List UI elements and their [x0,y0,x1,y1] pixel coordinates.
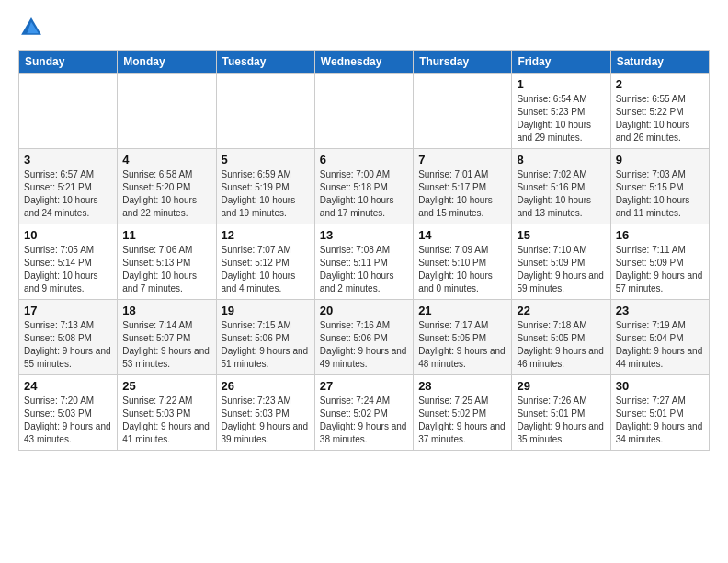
calendar-cell [118,74,216,149]
day-number: 7 [418,153,506,167]
day-info: Sunrise: 7:20 AM Sunset: 5:03 PM Dayligh… [24,395,112,446]
day-number: 21 [418,304,506,317]
calendar-cell: 13Sunrise: 7:08 AM Sunset: 5:11 PM Dayli… [314,224,413,300]
calendar-cell: 11Sunrise: 7:06 AM Sunset: 5:13 PM Dayli… [118,224,216,300]
calendar-week-row: 3Sunrise: 6:57 AM Sunset: 5:21 PM Daylig… [19,149,710,224]
calendar-cell: 1Sunrise: 6:54 AM Sunset: 5:23 PM Daylig… [512,74,610,149]
calendar-cell: 5Sunrise: 6:59 AM Sunset: 5:19 PM Daylig… [216,149,314,224]
day-number: 23 [616,304,704,317]
day-number: 25 [122,379,210,393]
calendar-cell: 8Sunrise: 7:02 AM Sunset: 5:16 PM Daylig… [512,149,610,224]
day-number: 1 [517,77,605,91]
calendar-cell: 3Sunrise: 6:57 AM Sunset: 5:21 PM Daylig… [19,149,118,224]
logo [18,15,48,40]
calendar-cell: 15Sunrise: 7:10 AM Sunset: 5:09 PM Dayli… [512,224,610,300]
day-number: 15 [517,228,605,242]
calendar-cell: 22Sunrise: 7:18 AM Sunset: 5:05 PM Dayli… [512,300,610,375]
day-info: Sunrise: 7:10 AM Sunset: 5:09 PM Dayligh… [517,244,605,295]
day-info: Sunrise: 7:24 AM Sunset: 5:02 PM Dayligh… [320,395,408,446]
calendar-cell: 14Sunrise: 7:09 AM Sunset: 5:10 PM Dayli… [414,224,512,300]
day-info: Sunrise: 7:00 AM Sunset: 5:18 PM Dayligh… [320,168,408,220]
calendar-cell: 25Sunrise: 7:22 AM Sunset: 5:03 PM Dayli… [118,375,216,451]
day-number: 19 [222,304,310,317]
calendar-week-row: 24Sunrise: 7:20 AM Sunset: 5:03 PM Dayli… [19,375,710,451]
calendar-cell [314,74,413,149]
day-number: 3 [24,153,112,167]
day-info: Sunrise: 7:02 AM Sunset: 5:16 PM Dayligh… [517,168,605,220]
day-info: Sunrise: 6:59 AM Sunset: 5:19 PM Dayligh… [222,168,310,220]
day-number: 24 [24,379,112,393]
day-info: Sunrise: 7:11 AM Sunset: 5:09 PM Dayligh… [616,244,704,295]
day-info: Sunrise: 7:03 AM Sunset: 5:15 PM Dayligh… [616,168,704,220]
day-info: Sunrise: 7:26 AM Sunset: 5:01 PM Dayligh… [517,395,605,446]
day-info: Sunrise: 7:22 AM Sunset: 5:03 PM Dayligh… [122,395,210,446]
day-info: Sunrise: 7:16 AM Sunset: 5:06 PM Dayligh… [320,319,408,371]
calendar-cell: 27Sunrise: 7:24 AM Sunset: 5:02 PM Dayli… [314,375,413,451]
calendar-cell: 26Sunrise: 7:23 AM Sunset: 5:03 PM Dayli… [216,375,314,451]
day-info: Sunrise: 7:17 AM Sunset: 5:05 PM Dayligh… [418,319,506,371]
day-number: 8 [517,153,605,167]
weekday-header: Sunday [19,51,118,74]
calendar-cell [414,74,512,149]
calendar-cell: 23Sunrise: 7:19 AM Sunset: 5:04 PM Dayli… [610,300,709,375]
day-number: 20 [320,304,408,317]
calendar-cell: 28Sunrise: 7:25 AM Sunset: 5:02 PM Dayli… [414,375,512,451]
day-info: Sunrise: 7:14 AM Sunset: 5:07 PM Dayligh… [122,319,210,371]
calendar-week-row: 1Sunrise: 6:54 AM Sunset: 5:23 PM Daylig… [19,74,710,149]
weekday-header: Saturday [610,51,709,74]
calendar-cell: 12Sunrise: 7:07 AM Sunset: 5:12 PM Dayli… [216,224,314,300]
weekday-header: Tuesday [216,51,314,74]
day-info: Sunrise: 7:18 AM Sunset: 5:05 PM Dayligh… [517,319,605,371]
calendar-cell: 6Sunrise: 7:00 AM Sunset: 5:18 PM Daylig… [314,149,413,224]
day-info: Sunrise: 6:54 AM Sunset: 5:23 PM Dayligh… [517,93,605,144]
calendar-cell: 18Sunrise: 7:14 AM Sunset: 5:07 PM Dayli… [118,300,216,375]
day-info: Sunrise: 7:01 AM Sunset: 5:17 PM Dayligh… [418,168,506,220]
day-number: 13 [320,228,408,242]
day-info: Sunrise: 6:55 AM Sunset: 5:22 PM Dayligh… [616,93,704,144]
day-number: 12 [222,228,310,242]
day-number: 29 [517,379,605,393]
weekday-header: Thursday [414,51,512,74]
calendar-cell: 20Sunrise: 7:16 AM Sunset: 5:06 PM Dayli… [314,300,413,375]
day-number: 18 [122,304,210,317]
day-info: Sunrise: 7:08 AM Sunset: 5:11 PM Dayligh… [320,244,408,295]
calendar-week-row: 17Sunrise: 7:13 AM Sunset: 5:08 PM Dayli… [19,300,710,375]
calendar-cell: 17Sunrise: 7:13 AM Sunset: 5:08 PM Dayli… [19,300,118,375]
day-info: Sunrise: 7:13 AM Sunset: 5:08 PM Dayligh… [24,319,112,371]
calendar-cell: 9Sunrise: 7:03 AM Sunset: 5:15 PM Daylig… [610,149,709,224]
calendar-cell: 4Sunrise: 6:58 AM Sunset: 5:20 PM Daylig… [118,149,216,224]
day-info: Sunrise: 7:09 AM Sunset: 5:10 PM Dayligh… [418,244,506,295]
calendar-cell: 21Sunrise: 7:17 AM Sunset: 5:05 PM Dayli… [414,300,512,375]
day-number: 27 [320,379,408,393]
day-info: Sunrise: 6:57 AM Sunset: 5:21 PM Dayligh… [24,168,112,220]
day-info: Sunrise: 7:27 AM Sunset: 5:01 PM Dayligh… [616,395,704,446]
calendar-cell [216,74,314,149]
calendar: SundayMondayTuesdayWednesdayThursdayFrid… [18,50,710,451]
calendar-week-row: 10Sunrise: 7:05 AM Sunset: 5:14 PM Dayli… [19,224,710,300]
day-number: 5 [222,153,310,167]
weekday-header: Wednesday [314,51,413,74]
day-info: Sunrise: 7:25 AM Sunset: 5:02 PM Dayligh… [418,395,506,446]
day-number: 10 [24,228,112,242]
calendar-cell: 2Sunrise: 6:55 AM Sunset: 5:22 PM Daylig… [610,74,709,149]
day-number: 2 [616,77,704,91]
day-number: 9 [616,153,704,167]
day-number: 17 [24,304,112,317]
day-info: Sunrise: 6:58 AM Sunset: 5:20 PM Dayligh… [122,168,210,220]
day-info: Sunrise: 7:15 AM Sunset: 5:06 PM Dayligh… [222,319,310,371]
day-number: 6 [320,153,408,167]
calendar-cell: 29Sunrise: 7:26 AM Sunset: 5:01 PM Dayli… [512,375,610,451]
calendar-cell: 24Sunrise: 7:20 AM Sunset: 5:03 PM Dayli… [19,375,118,451]
day-number: 14 [418,228,506,242]
day-number: 30 [616,379,704,393]
weekday-header-row: SundayMondayTuesdayWednesdayThursdayFrid… [19,51,710,74]
day-number: 26 [222,379,310,393]
day-info: Sunrise: 7:23 AM Sunset: 5:03 PM Dayligh… [222,395,310,446]
day-info: Sunrise: 7:06 AM Sunset: 5:13 PM Dayligh… [122,244,210,295]
calendar-cell: 19Sunrise: 7:15 AM Sunset: 5:06 PM Dayli… [216,300,314,375]
day-number: 22 [517,304,605,317]
day-number: 28 [418,379,506,393]
header [18,15,710,40]
day-info: Sunrise: 7:05 AM Sunset: 5:14 PM Dayligh… [24,244,112,295]
day-number: 11 [122,228,210,242]
